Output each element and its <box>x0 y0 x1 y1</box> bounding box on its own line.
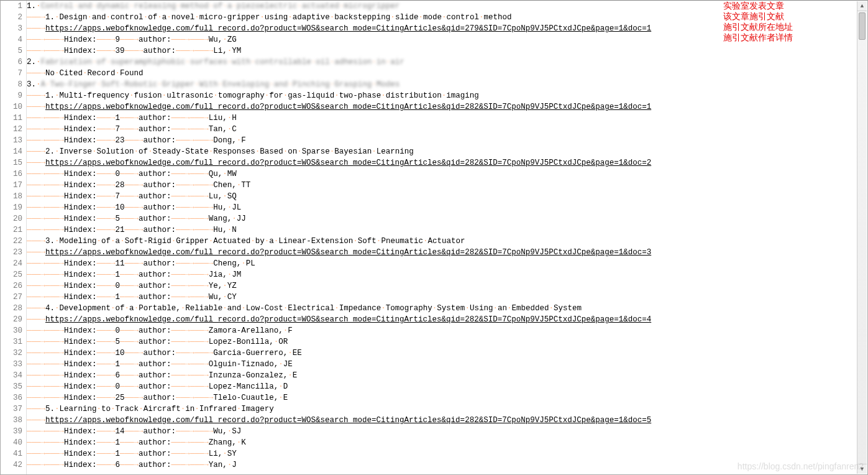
line-number: 4 <box>1 34 22 45</box>
article-title-line: 2.·Fabrication·of·superamphiphobic·surfa… <box>27 57 867 68</box>
text-editor: 1234567891011121314151617181920212223242… <box>0 0 868 475</box>
line-number: 15 <box>1 157 22 168</box>
author-line: ───→───→Hindex:───→5───→author:───→───→L… <box>27 336 867 348</box>
line-number: 42 <box>1 459 22 471</box>
author-line: ───→───→Hindex:───→25───→author:───→───→… <box>27 392 867 404</box>
record-url[interactable]: https://apps.webofknowledge.com/full_rec… <box>45 101 651 113</box>
line-number: 22 <box>1 236 22 247</box>
url-line: ───→https://apps.webofknowledge.com/full… <box>27 101 867 113</box>
line-number: 17 <box>1 180 22 191</box>
line-number: 34 <box>1 370 22 381</box>
citing-title-line: ───→1.·Design·and·control·of·a·novel·mic… <box>27 12 867 23</box>
line-number: 16 <box>1 168 22 180</box>
line-number: 2 <box>1 12 22 23</box>
citing-title-line: ───→2.·Inverse·Solution·of·Steady-State·… <box>27 146 867 157</box>
author-line: ───→───→Hindex:───→0───→author:───→───→Q… <box>27 168 867 180</box>
line-number: 3 <box>1 23 22 34</box>
author-line: ───→───→Hindex:───→1───→author:───→───→J… <box>27 269 867 280</box>
record-url[interactable]: https://apps.webofknowledge.com/full_rec… <box>45 314 651 325</box>
author-line: ───→───→Hindex:───→6───→author:───→───→Y… <box>27 459 867 471</box>
author-line: ───→───→Hindex:───→10───→author:───→───→… <box>27 348 867 359</box>
scroll-up-button[interactable]: ▲ <box>857 1 867 11</box>
line-number: 1 <box>1 1 22 12</box>
line-number: 5 <box>1 45 22 57</box>
scroll-thumb[interactable] <box>859 12 866 40</box>
url-line: ───→https://apps.webofknowledge.com/full… <box>27 247 867 258</box>
author-line: ───→───→Hindex:───→0───→author:───→───→L… <box>27 381 867 392</box>
author-line: ───→───→Hindex:───→1───→author:───→───→Z… <box>27 437 867 448</box>
scroll-down-button[interactable]: ▼ <box>857 464 867 474</box>
line-number: 12 <box>1 124 22 135</box>
line-number: 6 <box>1 57 22 68</box>
line-number: 7 <box>1 68 22 79</box>
line-number: 10 <box>1 101 22 113</box>
author-line: ───→───→Hindex:───→7───→author:───→───→L… <box>27 191 867 202</box>
line-number: 21 <box>1 224 22 236</box>
author-line: ───→───→Hindex:───→28───→author:───→───→… <box>27 180 867 191</box>
url-line: ───→https://apps.webofknowledge.com/full… <box>27 415 867 426</box>
line-number: 32 <box>1 348 22 359</box>
author-line: ───→───→Hindex:───→11───→author:───→───→… <box>27 258 867 269</box>
line-number: 35 <box>1 381 22 392</box>
url-line: ───→https://apps.webofknowledge.com/full… <box>27 314 867 325</box>
author-line: ───→───→Hindex:───→5───→author:───→───→W… <box>27 213 867 224</box>
line-number: 27 <box>1 292 22 303</box>
author-line: ───→───→Hindex:───→7───→author:───→───→T… <box>27 124 867 135</box>
line-number: 24 <box>1 258 22 269</box>
line-number: 8 <box>1 79 22 90</box>
author-line: ───→───→Hindex:───→23───→author:───→───→… <box>27 135 867 146</box>
author-line: ───→───→Hindex:───→21───→author:───→───→… <box>27 224 867 236</box>
author-line: ───→───→Hindex:───→9───→author:───→───→W… <box>27 34 867 45</box>
line-number: 9 <box>1 90 22 101</box>
author-line: ───→───→Hindex:───→14───→author:───→───→… <box>27 426 867 437</box>
line-number: 39 <box>1 426 22 437</box>
line-number: 36 <box>1 392 22 404</box>
article-title-line: 1.·Control·and·dynamic·releasing·method·… <box>27 1 867 12</box>
line-number: 30 <box>1 325 22 336</box>
line-number: 26 <box>1 280 22 292</box>
line-number: 33 <box>1 359 22 370</box>
line-number: 28 <box>1 303 22 314</box>
citing-title-line: ───→4.·Development·of·a·Portable,·Reliab… <box>27 303 867 314</box>
line-number: 29 <box>1 314 22 325</box>
record-url[interactable]: https://apps.webofknowledge.com/full_rec… <box>45 23 651 34</box>
editor-content[interactable]: 1.·Control·and·dynamic·releasing·method·… <box>27 1 867 474</box>
code-line: ───→No·Cited·Record·Found <box>27 68 867 79</box>
author-line: ───→───→Hindex:───→6───→author:───→───→I… <box>27 370 867 381</box>
author-line: ───→───→Hindex:───→1───→author:───→───→L… <box>27 113 867 124</box>
line-number: 37 <box>1 404 22 415</box>
article-title-line: 3.·A·Two-Finger·Soft-Robotic·Gripper·Wit… <box>27 79 867 90</box>
vertical-scrollbar[interactable]: ▲ ▼ <box>857 1 867 474</box>
line-number: 25 <box>1 269 22 280</box>
author-line: ───→───→Hindex:───→1───→author:───→───→L… <box>27 448 867 459</box>
line-number: 19 <box>1 202 22 213</box>
line-number: 38 <box>1 415 22 426</box>
author-line: ───→───→Hindex:───→39───→author:───→───→… <box>27 45 867 57</box>
author-line: ───→───→Hindex:───→0───→author:───→───→Y… <box>27 280 867 292</box>
line-number-gutter: 1234567891011121314151617181920212223242… <box>1 1 27 474</box>
record-url[interactable]: https://apps.webofknowledge.com/full_rec… <box>45 415 651 426</box>
line-number: 13 <box>1 135 22 146</box>
line-number: 18 <box>1 191 22 202</box>
url-line: ───→https://apps.webofknowledge.com/full… <box>27 23 867 34</box>
line-number: 23 <box>1 247 22 258</box>
author-line: ───→───→Hindex:───→10───→author:───→───→… <box>27 202 867 213</box>
author-line: ───→───→Hindex:───→0───→author:───→───→Z… <box>27 325 867 336</box>
line-number: 11 <box>1 113 22 124</box>
line-number: 31 <box>1 336 22 348</box>
citing-title-line: ───→3.·Modeling·of·a·Soft-Rigid·Gripper·… <box>27 236 867 247</box>
record-url[interactable]: https://apps.webofknowledge.com/full_rec… <box>45 247 651 258</box>
citing-title-line: ───→1.·Multi-frequency·fusion·ultrasonic… <box>27 90 867 101</box>
author-line: ───→───→Hindex:───→1───→author:───→───→W… <box>27 292 867 303</box>
line-number: 14 <box>1 146 22 157</box>
citing-title-line: ───→5.·Learning·to·Track·Aircraft·in·Inf… <box>27 404 867 415</box>
record-url[interactable]: https://apps.webofknowledge.com/full_rec… <box>45 157 651 168</box>
author-line: ───→───→Hindex:───→1───→author:───→───→O… <box>27 359 867 370</box>
line-number: 20 <box>1 213 22 224</box>
url-line: ───→https://apps.webofknowledge.com/full… <box>27 157 867 168</box>
line-number: 40 <box>1 437 22 448</box>
line-number: 41 <box>1 448 22 459</box>
